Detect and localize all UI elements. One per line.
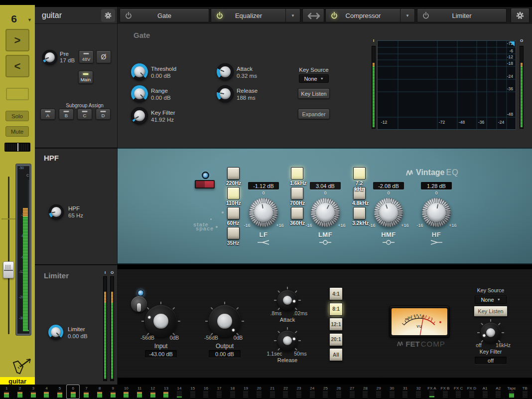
bottom-channel[interactable]: 18 [226,385,239,399]
tab-compressor[interactable]: Compressor ▼ [325,8,415,22]
eq-freq-button[interactable] [227,167,240,180]
tab-gate[interactable]: Gate [120,8,209,22]
scribble-wheel[interactable] [4,143,30,152]
gate-range-knob[interactable] [131,85,148,102]
bottom-channel[interactable]: 24 [305,385,319,399]
main-assign-button[interactable]: Main [78,71,93,84]
threshold-marker[interactable] [510,41,515,46]
bottom-channel[interactable]: 2 [13,385,27,399]
bottom-channel[interactable]: 21 [266,385,279,399]
bottom-channel[interactable]: 25 [319,385,332,399]
eq-freq-button[interactable] [353,167,366,180]
gate-key-source-dropdown[interactable]: None ▼ [299,74,329,83]
channel-mini-meter [509,391,514,398]
channel-mini-meter [296,391,301,398]
ratio-button[interactable]: 20:1 [329,333,343,346]
bottom-channel[interactable]: 12 [146,385,159,399]
fat-channel-settings-button[interactable] [511,8,530,23]
limiter-section: Limiter Limiter 0.00 dB I O [35,265,118,385]
bottom-channel[interactable]: FX C [452,385,465,399]
limiter-knob[interactable] [48,325,63,340]
bottom-channel[interactable]: 31 [399,385,412,399]
bottom-channel[interactable]: 27 [345,385,359,399]
comp-attack-knob[interactable] [277,290,297,310]
bottom-channel[interactable]: 5 [53,385,67,399]
bottom-channel[interactable]: A1 [478,385,492,399]
gate-release-knob[interactable] [217,85,234,102]
bottom-channel[interactable]: TB [518,385,532,399]
bottom-channel[interactable]: 6 [66,385,80,399]
gate-expander-button[interactable]: Expander [298,109,330,119]
pre-gain-knob[interactable] [42,50,57,65]
bottom-channel[interactable]: 4 [40,385,53,399]
bottom-channel[interactable]: 13 [159,385,173,399]
channel-number[interactable]: 6 [0,13,28,25]
ratio-button[interactable]: 12:1 [329,318,343,331]
bottom-channel[interactable]: 17 [213,385,226,399]
channel-select-chevron-down-icon[interactable]: ▼ [27,17,32,22]
scribble-box[interactable] [6,88,29,100]
bottom-channel[interactable]: 26 [332,385,346,399]
fader-handle[interactable] [3,261,14,278]
bottom-channel[interactable]: 32 [412,385,425,399]
bottom-channel[interactable]: 15 [186,385,199,399]
comp-key-filter-display: off [475,357,507,364]
comp-key-filter-knob[interactable] [481,323,501,343]
bottom-channel[interactable]: 19 [239,385,253,399]
bottom-channel[interactable]: 23 [292,385,306,399]
phase-invert-button[interactable]: Ø [96,50,111,63]
logo-dot [222,211,224,213]
bottom-channel[interactable]: 8 [93,385,107,399]
subgroup-button[interactable]: A [40,109,55,120]
bottom-channel[interactable]: Tape [505,385,519,399]
next-channel-button[interactable]: > [5,29,29,51]
ratio-button[interactable]: 8:1 [329,303,343,316]
bottom-channel[interactable]: FX B [438,385,452,399]
subgroup-button[interactable]: C [77,109,92,120]
channel-settings-button[interactable] [101,9,115,22]
comp-model-dropdown[interactable]: ▼ [400,9,414,22]
bottom-channel[interactable]: 22 [279,385,292,399]
gate-attack-knob[interactable] [217,63,234,80]
low-shelf-icon [257,239,270,245]
bottom-channel[interactable]: 10 [120,385,133,399]
solo-button[interactable]: Solo [5,111,29,121]
bottom-channel[interactable]: 11 [133,385,146,399]
comp-key-source-dropdown[interactable]: None ▼ [475,295,507,304]
subgroup-button[interactable]: D [96,109,111,120]
subgroup-button[interactable]: B [59,109,74,120]
comp-output-knob[interactable] [209,305,241,337]
tab-limiter[interactable]: Limiter [417,8,507,22]
comp-release-knob[interactable] [277,331,297,351]
prev-channel-button[interactable]: < [5,55,29,77]
gear-icon [515,10,525,20]
hpf-knob[interactable] [49,204,64,219]
bottom-channel[interactable]: 3 [26,385,40,399]
tab-equalizer[interactable]: Equalizer ▼ [211,8,300,22]
bottom-channel[interactable]: 9 [106,385,120,399]
eq-power-rocker-switch[interactable] [195,180,215,189]
bottom-channel[interactable]: FX D [465,385,479,399]
ratio-button[interactable]: All [329,348,343,361]
bottom-channel[interactable]: 14 [173,385,186,399]
comp-input-knob[interactable] [145,305,177,337]
ratio-button[interactable]: 4:1 [329,287,343,300]
bottom-channel[interactable]: 1 [0,385,13,399]
gate-graph[interactable]: -6-12-18-24-36-48-72 -72-48-36-24-12 [377,40,516,130]
gate-key-listen-button[interactable]: Key Listen [298,88,330,99]
gate-key-filter-knob[interactable] [131,107,148,124]
bottom-channel[interactable]: 7 [80,385,93,399]
gate-threshold-knob[interactable] [131,63,148,80]
bottom-channel[interactable]: 16 [199,385,213,399]
phantom-48v-button[interactable]: 48V [79,50,94,63]
eq-freq-button[interactable] [291,167,303,180]
swap-processors-button[interactable] [302,8,324,22]
bottom-channel[interactable]: A2 [492,385,505,399]
eq-model-dropdown[interactable]: ▼ [285,9,300,22]
bottom-channel[interactable]: 30 [385,385,399,399]
bottom-channel[interactable]: 29 [372,385,386,399]
bottom-channel[interactable]: 20 [253,385,266,399]
mute-button[interactable]: Mute [5,126,29,137]
bottom-channel[interactable]: FX A [425,385,439,399]
bottom-channel[interactable]: 28 [359,385,372,399]
